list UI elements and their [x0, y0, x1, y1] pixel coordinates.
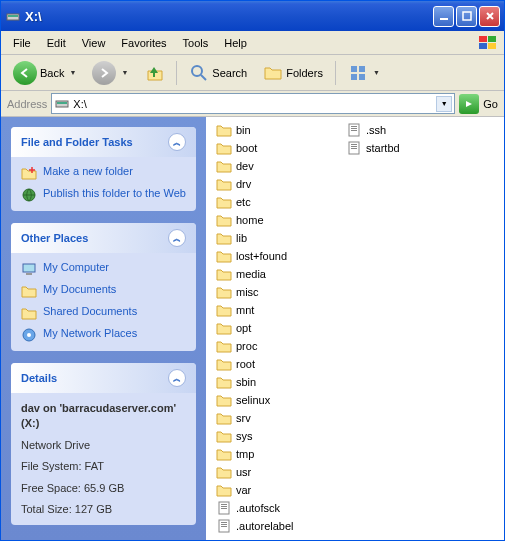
file-name: drv — [236, 178, 251, 190]
folder-icon — [216, 465, 232, 479]
file-icon — [346, 123, 362, 137]
file-icon — [346, 141, 362, 155]
file-name: usr — [236, 466, 251, 478]
panel-header[interactable]: Other Places ︽ — [11, 223, 196, 253]
svg-rect-26 — [221, 524, 227, 525]
maximize-button[interactable] — [456, 6, 477, 27]
go-button[interactable] — [459, 94, 479, 114]
folder-icon — [216, 411, 232, 425]
file-name: dev — [236, 160, 254, 172]
drive-icon — [54, 97, 70, 111]
folder-icon — [216, 375, 232, 389]
file-name: etc — [236, 196, 251, 208]
folder-icon — [216, 177, 232, 191]
network-icon — [21, 327, 37, 343]
menu-view[interactable]: View — [74, 34, 114, 52]
svg-rect-34 — [351, 146, 357, 147]
back-button[interactable]: Back ▼ — [7, 57, 82, 89]
link-label: My Network Places — [43, 327, 137, 339]
file-item[interactable]: mnt — [214, 301, 324, 318]
address-input-wrap: ▼ — [51, 93, 455, 114]
file-item[interactable]: lost+found — [214, 247, 324, 264]
folder-icon — [216, 249, 232, 263]
address-input[interactable] — [70, 98, 436, 110]
close-button[interactable] — [479, 6, 500, 27]
folder-icon — [216, 213, 232, 227]
my-documents-link[interactable]: My Documents — [21, 283, 186, 299]
folder-icon — [216, 141, 232, 155]
svg-rect-11 — [351, 74, 357, 80]
file-name: bin — [236, 124, 251, 136]
svg-point-19 — [27, 333, 31, 337]
details-panel: Details ︽ dav on 'barracudaserver.com' (… — [11, 363, 196, 525]
file-item[interactable]: .autofsck — [214, 499, 324, 516]
menu-help[interactable]: Help — [216, 34, 255, 52]
address-label: Address — [7, 98, 47, 110]
file-name: home — [236, 214, 264, 226]
file-item[interactable]: media — [214, 265, 324, 282]
file-item[interactable]: selinux — [214, 391, 324, 408]
file-item[interactable]: tmp — [214, 445, 324, 462]
views-button[interactable]: ▼ — [342, 59, 386, 87]
menu-edit[interactable]: Edit — [39, 34, 74, 52]
folder-icon — [216, 429, 232, 443]
menu-tools[interactable]: Tools — [175, 34, 217, 52]
file-item[interactable]: .ssh — [344, 121, 454, 138]
svg-rect-33 — [351, 144, 357, 145]
file-item[interactable]: lib — [214, 229, 324, 246]
file-name: startbd — [366, 142, 400, 154]
chevron-down-icon: ▼ — [121, 69, 128, 76]
publish-web-link[interactable]: Publish this folder to the Web — [21, 187, 186, 203]
search-button[interactable]: Search — [183, 59, 253, 87]
file-item[interactable]: boot — [214, 139, 324, 156]
file-item[interactable]: startbd — [344, 139, 454, 156]
go-label: Go — [483, 98, 498, 110]
up-button[interactable] — [138, 59, 170, 87]
shared-documents-link[interactable]: Shared Documents — [21, 305, 186, 321]
svg-rect-30 — [351, 128, 357, 129]
menu-favorites[interactable]: Favorites — [113, 34, 174, 52]
svg-rect-5 — [488, 36, 496, 42]
make-new-folder-link[interactable]: Make a new folder — [21, 165, 186, 181]
separator — [176, 61, 177, 85]
folder-icon — [216, 339, 232, 353]
my-computer-link[interactable]: My Computer — [21, 261, 186, 277]
file-item[interactable]: sbin — [214, 373, 324, 390]
file-list[interactable]: binbootdevdrvetchomeliblost+foundmediami… — [206, 117, 504, 540]
file-name: srv — [236, 412, 251, 424]
file-item[interactable]: var — [214, 481, 324, 498]
forward-button[interactable]: ▼ — [86, 57, 134, 89]
panel-header[interactable]: File and Folder Tasks ︽ — [11, 127, 196, 157]
file-item[interactable]: opt — [214, 319, 324, 336]
file-item[interactable]: .autorelabel — [214, 517, 324, 534]
svg-rect-35 — [351, 148, 357, 149]
file-name: misc — [236, 286, 259, 298]
file-item[interactable]: proc — [214, 337, 324, 354]
views-icon — [348, 63, 368, 83]
my-network-places-link[interactable]: My Network Places — [21, 327, 186, 343]
svg-rect-31 — [351, 130, 357, 131]
file-name: tmp — [236, 448, 254, 460]
svg-rect-3 — [463, 12, 471, 20]
file-item[interactable]: usr — [214, 463, 324, 480]
file-item[interactable]: srv — [214, 409, 324, 426]
file-item[interactable]: drv — [214, 175, 324, 192]
link-label: My Computer — [43, 261, 109, 273]
address-dropdown-button[interactable]: ▼ — [436, 96, 452, 112]
file-item[interactable]: bin — [214, 121, 324, 138]
file-item[interactable]: home — [214, 211, 324, 228]
addressbar: Address ▼ Go — [1, 91, 504, 117]
folder-icon — [216, 231, 232, 245]
panel-header[interactable]: Details ︽ — [11, 363, 196, 393]
file-item[interactable]: misc — [214, 283, 324, 300]
file-item[interactable]: sys — [214, 427, 324, 444]
computer-icon — [21, 261, 37, 277]
file-name: .autorelabel — [236, 520, 294, 532]
file-item[interactable]: etc — [214, 193, 324, 210]
svg-rect-22 — [221, 506, 227, 507]
minimize-button[interactable] — [433, 6, 454, 27]
menu-file[interactable]: File — [5, 34, 39, 52]
file-item[interactable]: dev — [214, 157, 324, 174]
folders-button[interactable]: Folders — [257, 59, 329, 87]
file-item[interactable]: root — [214, 355, 324, 372]
